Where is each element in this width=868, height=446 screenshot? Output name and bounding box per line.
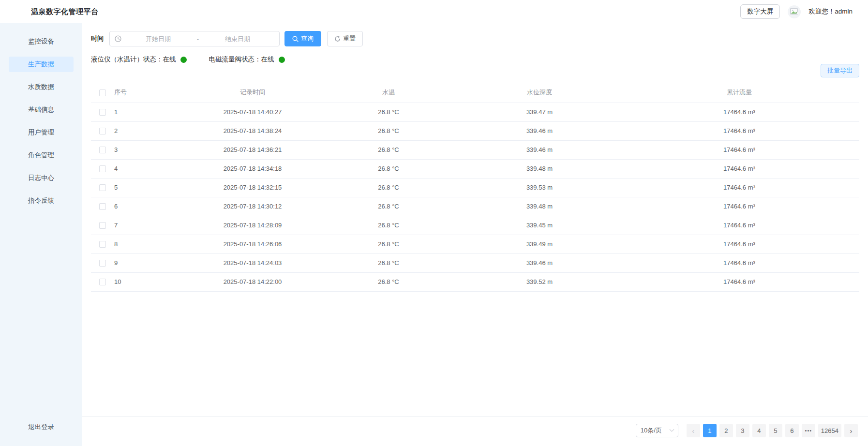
cell-temp: 26.8 °C <box>317 178 460 197</box>
row-checkbox[interactable] <box>99 109 106 116</box>
table-row: 52025-07-18 14:32:1526.8 °C339.53 m17464… <box>91 178 859 197</box>
cell-flow: 17464.6 m³ <box>619 103 859 121</box>
cell-time: 2025-07-18 14:26:06 <box>188 235 317 253</box>
sidebar-item-5[interactable]: 用户管理 <box>9 125 74 140</box>
table-header-row: 序号 记录时间 水温 水位深度 累计流量 <box>91 82 859 103</box>
date-range-picker[interactable]: - <box>109 31 280 46</box>
big-screen-button[interactable]: 数字大屏 <box>740 4 780 19</box>
page-size-label: 10条/页 <box>641 426 662 435</box>
page-button-1[interactable]: 1 <box>703 424 717 437</box>
cell-depth: 339.48 m <box>460 159 619 178</box>
cell-flow: 17464.6 m³ <box>619 178 859 197</box>
cell-temp: 26.8 °C <box>317 140 460 159</box>
sidebar-item-2[interactable]: 生产数据 <box>9 57 74 72</box>
sidebar-item-8[interactable]: 指令反馈 <box>9 193 74 208</box>
page-button-2[interactable]: 2 <box>719 424 733 437</box>
page-button-4[interactable]: 4 <box>752 424 766 437</box>
cell-index: 6 <box>114 197 188 216</box>
table-row: 12025-07-18 14:40:2726.8 °C339.47 m17464… <box>91 103 859 121</box>
page-button-3[interactable]: 3 <box>736 424 749 437</box>
cell-index: 9 <box>114 253 188 272</box>
cell-index: 5 <box>114 178 188 197</box>
cell-depth: 339.45 m <box>460 216 619 235</box>
export-row: 批量导出 <box>91 64 859 77</box>
row-checkbox-cell <box>91 178 114 197</box>
column-header-depth: 水位深度 <box>460 82 619 103</box>
page-button-6[interactable]: 6 <box>785 424 799 437</box>
sidebar-menu: 监控设备生产数据水质数据基础信息用户管理角色管理日志中心指令反馈 <box>0 23 82 208</box>
cell-flow: 17464.6 m³ <box>619 197 859 216</box>
user-avatar[interactable] <box>788 5 801 18</box>
cell-temp: 26.8 °C <box>317 121 460 140</box>
sidebar-item-7[interactable]: 日志中心 <box>9 170 74 186</box>
cell-depth: 339.46 m <box>460 121 619 140</box>
online-dot <box>279 57 285 63</box>
cell-flow: 17464.6 m³ <box>619 253 859 272</box>
sidebar-item-6[interactable]: 角色管理 <box>9 148 74 163</box>
cell-index: 3 <box>114 140 188 159</box>
next-page-button[interactable]: › <box>844 424 858 437</box>
header-right-group: 数字大屏 欢迎您！admin <box>740 4 853 19</box>
cell-index: 1 <box>114 103 188 121</box>
search-button-label: 查询 <box>301 34 314 43</box>
cell-time: 2025-07-18 14:36:21 <box>188 140 317 159</box>
sidebar-item-3[interactable]: 水质数据 <box>9 79 74 95</box>
table-body: 12025-07-18 14:40:2726.8 °C339.47 m17464… <box>91 103 859 291</box>
row-checkbox[interactable] <box>99 165 106 172</box>
row-checkbox-cell <box>91 140 114 159</box>
table-row: 92025-07-18 14:24:0326.8 °C339.46 m17464… <box>91 253 859 272</box>
cell-index: 8 <box>114 235 188 253</box>
row-checkbox[interactable] <box>99 128 106 134</box>
cell-depth: 339.53 m <box>460 178 619 197</box>
row-checkbox[interactable] <box>99 222 106 229</box>
column-header-temp: 水温 <box>317 82 460 103</box>
device-status-row: 液位仪（水温计）状态：在线 电磁流量阀状态：在线 <box>91 55 859 64</box>
cell-depth: 339.46 m <box>460 253 619 272</box>
cell-flow: 17464.6 m³ <box>619 121 859 140</box>
main-content: 时间 - 查询 <box>82 23 868 446</box>
more-pages-button[interactable]: ••• <box>802 424 815 437</box>
page-size-select[interactable]: 10条/页 <box>636 424 678 437</box>
logout-button[interactable]: 退出登录 <box>0 423 82 431</box>
sidebar-item-4[interactable]: 基础信息 <box>9 102 74 118</box>
pager-pages: 123456 <box>702 424 800 437</box>
welcome-text: 欢迎您！admin <box>808 7 853 16</box>
sidebar-item-1[interactable]: 监控设备 <box>9 34 74 49</box>
reset-button[interactable]: 重置 <box>327 31 363 46</box>
batch-export-button[interactable]: 批量导出 <box>821 64 859 77</box>
page-button-5[interactable]: 5 <box>769 424 782 437</box>
cell-time: 2025-07-18 14:32:15 <box>188 178 317 197</box>
sidebar: 监控设备生产数据水质数据基础信息用户管理角色管理日志中心指令反馈 退出登录 <box>0 23 82 446</box>
end-date-input[interactable] <box>201 35 274 43</box>
filter-row: 时间 - 查询 <box>91 31 859 46</box>
table-row: 32025-07-18 14:36:2126.8 °C339.46 m17464… <box>91 140 859 159</box>
row-checkbox[interactable] <box>99 241 106 248</box>
cell-time: 2025-07-18 14:38:24 <box>188 121 317 140</box>
row-checkbox[interactable] <box>99 147 106 153</box>
search-icon <box>292 36 299 42</box>
last-page-button[interactable]: 12654 <box>818 424 841 437</box>
row-checkbox[interactable] <box>99 260 106 267</box>
cell-temp: 26.8 °C <box>317 197 460 216</box>
row-checkbox[interactable] <box>99 184 106 191</box>
row-checkbox[interactable] <box>99 279 106 285</box>
table-row: 22025-07-18 14:38:2426.8 °C339.46 m17464… <box>91 121 859 140</box>
cell-index: 4 <box>114 159 188 178</box>
start-date-input[interactable] <box>121 35 195 43</box>
row-checkbox-cell <box>91 121 114 140</box>
valve-status: 电磁流量阀状态：在线 <box>209 55 285 64</box>
select-all-checkbox[interactable] <box>99 89 106 96</box>
cell-depth: 339.46 m <box>460 140 619 159</box>
table-row: 72025-07-18 14:28:0926.8 °C339.45 m17464… <box>91 216 859 235</box>
prev-page-button[interactable]: ‹ <box>687 424 700 437</box>
search-button[interactable]: 查询 <box>284 31 321 46</box>
column-header-index: 序号 <box>114 82 188 103</box>
cell-depth: 339.47 m <box>460 103 619 121</box>
app-title: 温泉数字化管理平台 <box>31 7 99 16</box>
pagination-bar: 10条/页 ‹ 123456 ••• 12654 › <box>82 416 868 446</box>
cell-flow: 17464.6 m³ <box>619 235 859 253</box>
refresh-icon <box>334 36 341 42</box>
cell-temp: 26.8 °C <box>317 253 460 272</box>
row-checkbox[interactable] <box>99 203 106 210</box>
online-dot <box>180 57 187 63</box>
